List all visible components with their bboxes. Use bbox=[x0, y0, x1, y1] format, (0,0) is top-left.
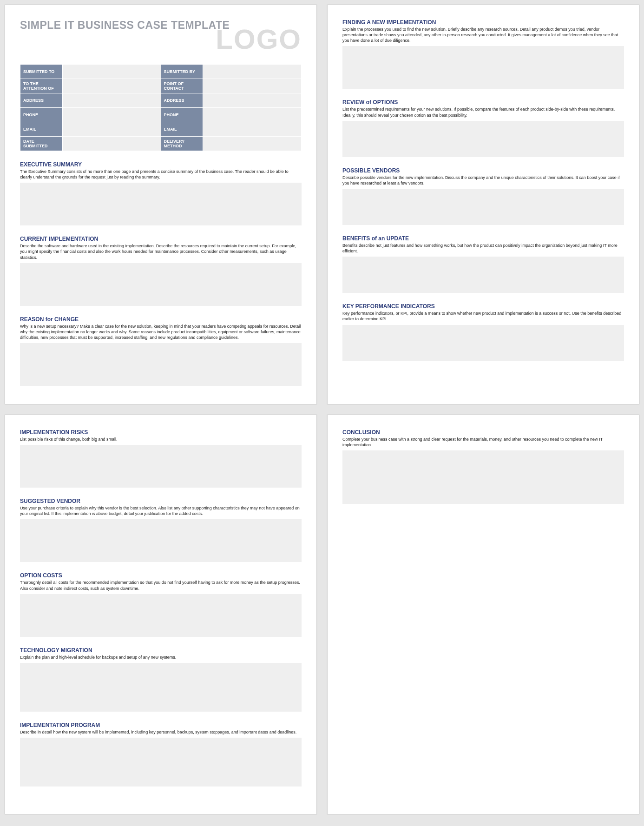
section-desc-possible-vendors: Describe possible vendors for the new im… bbox=[342, 175, 624, 186]
section-title-executive-summary: EXECUTIVE SUMMARY bbox=[20, 161, 302, 168]
field-point-contact: POINT OF CONTACT bbox=[161, 79, 203, 93]
value-phone-right[interactable] bbox=[203, 108, 302, 122]
value-date-submitted[interactable] bbox=[62, 137, 161, 151]
value-address-right[interactable] bbox=[203, 93, 302, 108]
section-desc-current-implementation: Describe the software and hardware used … bbox=[20, 243, 302, 260]
section-title-benefits-update: BENEFITS of an UPDATE bbox=[342, 235, 624, 242]
input-benefits-update[interactable] bbox=[342, 257, 624, 293]
input-risks[interactable] bbox=[20, 445, 302, 488]
value-submitted-to[interactable] bbox=[62, 65, 161, 79]
section-desc-review-options: List the predetermined requirements for … bbox=[342, 106, 624, 118]
contact-info-table: SUBMITTED TO SUBMITTED BY TO THE ATTENTI… bbox=[20, 64, 302, 151]
section-title-kpi: KEY PERFORMANCE INDICATORS bbox=[342, 303, 624, 310]
section-title-option-costs: OPTION COSTS bbox=[20, 572, 302, 579]
field-delivery-method: DELIVERY METHOD bbox=[161, 137, 203, 151]
section-title-reason-change: REASON for CHANGE bbox=[20, 316, 302, 323]
section-desc-kpi: Key performance indicators, or KPI, prov… bbox=[342, 311, 624, 322]
section-desc-reason-change: Why is a new setup necessary? Make a cle… bbox=[20, 324, 302, 340]
section-desc-benefits-update: Benefits describe not just features and … bbox=[342, 243, 624, 254]
section-title-risks: IMPLEMENTATION RISKS bbox=[20, 429, 302, 436]
field-submitted-to: SUBMITTED TO bbox=[20, 65, 63, 79]
page-2: FINDING A NEW IMPLEMENTATION Explain the… bbox=[327, 5, 639, 404]
input-implementation-program[interactable] bbox=[20, 738, 302, 786]
input-review-options[interactable] bbox=[342, 121, 624, 157]
field-phone-right: PHONE bbox=[161, 108, 203, 122]
section-desc-suggested-vendor: Use your purchase criteria to explain wh… bbox=[20, 505, 302, 516]
section-title-implementation-program: IMPLEMENTATION PROGRAM bbox=[20, 722, 302, 728]
section-title-tech-migration: TECHNOLOGY MIGRATION bbox=[20, 647, 302, 654]
field-submitted-by: SUBMITTED BY bbox=[161, 65, 203, 79]
section-title-suggested-vendor: SUGGESTED VENDOR bbox=[20, 498, 302, 504]
value-email-right[interactable] bbox=[203, 122, 302, 137]
field-address-right: ADDRESS bbox=[161, 93, 203, 108]
section-desc-finding-implementation: Explain the processes you used to find t… bbox=[342, 26, 624, 43]
value-address-left[interactable] bbox=[62, 93, 161, 108]
value-email-left[interactable] bbox=[62, 122, 161, 137]
input-tech-migration[interactable] bbox=[20, 663, 302, 712]
section-desc-executive-summary: The Executive Summary consists of no mor… bbox=[20, 169, 302, 180]
field-attention-of: TO THE ATTENTION OF bbox=[20, 79, 63, 93]
input-reason-change[interactable] bbox=[20, 343, 302, 386]
input-possible-vendors[interactable] bbox=[342, 189, 624, 225]
field-date-submitted: DATE SUBMITTED bbox=[20, 137, 63, 151]
section-title-conclusion: CONCLUSION bbox=[342, 429, 624, 436]
section-desc-implementation-program: Describe in detail how the new system wi… bbox=[20, 729, 302, 735]
field-phone-left: PHONE bbox=[20, 108, 63, 122]
page-1: SIMPLE IT BUSINESS CASE TEMPLATE LOGO SU… bbox=[5, 5, 317, 404]
section-desc-risks: List possible risks of this change, both… bbox=[20, 436, 302, 442]
section-desc-tech-migration: Explain the plan and high-level schedule… bbox=[20, 654, 302, 660]
value-delivery-method[interactable] bbox=[203, 137, 302, 151]
value-point-contact[interactable] bbox=[203, 79, 302, 93]
field-email-left: EMAIL bbox=[20, 122, 63, 137]
value-submitted-by[interactable] bbox=[203, 65, 302, 79]
page-3: IMPLEMENTATION RISKS List possible risks… bbox=[5, 415, 317, 814]
logo-placeholder: LOGO bbox=[216, 26, 302, 53]
input-conclusion[interactable] bbox=[342, 450, 624, 504]
page-4: CONCLUSION Complete your business case w… bbox=[327, 415, 639, 814]
input-suggested-vendor[interactable] bbox=[20, 519, 302, 562]
value-attention-of[interactable] bbox=[62, 79, 161, 93]
input-option-costs[interactable] bbox=[20, 594, 302, 637]
input-executive-summary[interactable] bbox=[20, 183, 302, 225]
field-address-left: ADDRESS bbox=[20, 93, 63, 108]
section-title-possible-vendors: POSSIBLE VENDORS bbox=[342, 167, 624, 174]
value-phone-left[interactable] bbox=[62, 108, 161, 122]
input-current-implementation[interactable] bbox=[20, 263, 302, 306]
section-title-finding-implementation: FINDING A NEW IMPLEMENTATION bbox=[342, 19, 624, 26]
section-title-review-options: REVIEW of OPTIONS bbox=[342, 99, 624, 106]
input-finding-implementation[interactable] bbox=[342, 46, 624, 89]
section-desc-conclusion: Complete your business case with a stron… bbox=[342, 436, 624, 448]
section-desc-option-costs: Thoroughly detail all costs for the reco… bbox=[20, 580, 302, 591]
section-title-current-implementation: CURRENT IMPLEMENTATION bbox=[20, 236, 302, 242]
input-kpi[interactable] bbox=[342, 325, 624, 361]
field-email-right: EMAIL bbox=[161, 122, 203, 137]
